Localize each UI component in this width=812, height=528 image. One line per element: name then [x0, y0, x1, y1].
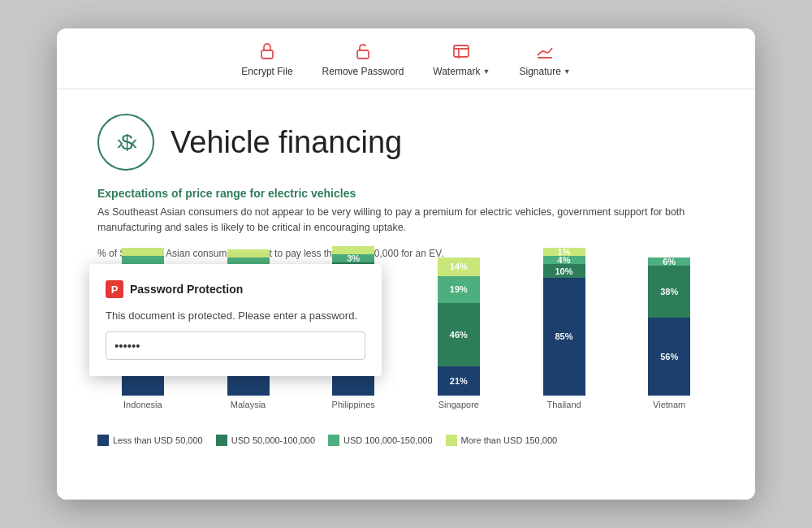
legend-label: More than USD 150,000 [461, 435, 558, 445]
signature-icon [533, 40, 556, 63]
dialog-app-icon: P [106, 280, 123, 298]
watermark-label: Watermark ▼ [433, 66, 490, 77]
bar-segment: 3% [332, 254, 374, 262]
remove-password-icon [352, 40, 374, 63]
bar-stack: 85%10%4%1% [543, 248, 585, 396]
bar-segment [122, 248, 164, 256]
chart-subtitle: % of Southeast Asian consumers expect to… [97, 248, 715, 259]
legend-swatch [97, 435, 109, 446]
legend-label: Less than USD 50,000 [113, 435, 203, 445]
bar-label: Malaysia [231, 400, 266, 409]
dialog-header: P Password Protection [106, 280, 365, 298]
legend-item: Less than USD 50,000 [97, 435, 203, 446]
bar-stack: 21%46%19%14% [438, 258, 480, 396]
svg-rect-2 [454, 45, 469, 57]
toolbar-watermark[interactable]: Watermark ▼ [418, 35, 504, 82]
dialog-message: This document is protected. Please enter… [106, 309, 365, 322]
bar-segment: 4% [543, 256, 585, 264]
legend-label: USD 100,000-150,000 [343, 435, 432, 445]
toolbar-signature[interactable]: Signature ▼ [504, 35, 585, 82]
doc-title: Vehicle financing [171, 125, 402, 160]
dollar-circle-icon: ›$‹ [97, 114, 154, 171]
bar-group: 21%46%19%14%Singapore [413, 258, 504, 409]
bar-segment: 46% [438, 303, 480, 366]
svg-rect-0 [261, 50, 273, 58]
bar-segment: 21% [438, 366, 480, 396]
encrypt-label: Encrypt File [241, 66, 292, 77]
password-input[interactable] [106, 331, 365, 360]
toolbar: Encrypt File Remove Password Watermark [57, 28, 755, 89]
toolbar-encrypt[interactable]: Encrypt File [227, 35, 307, 82]
bar-segment: 38% [648, 266, 690, 318]
bar-label: Vietnam [653, 400, 685, 409]
legend-swatch [446, 435, 457, 446]
bar-segment [227, 249, 270, 258]
remove-password-label: Remove Password [322, 66, 404, 77]
section-title: Expectations of price range for electric… [97, 187, 715, 200]
main-window: Encrypt File Remove Password Watermark [57, 28, 755, 500]
bar-segment: 14% [438, 258, 480, 277]
bar-label: Indonesia [123, 400, 162, 409]
dialog-title: Password Protection [130, 283, 243, 296]
section-text: As Southeast Asian consumers do not appe… [97, 205, 715, 236]
svg-rect-1 [357, 50, 369, 58]
legend-label: USD 50,000-100,000 [231, 435, 315, 445]
dialog-overlay: P Password Protection This document is p… [89, 264, 382, 376]
bar-segment: 6% [648, 258, 690, 266]
legend-item: More than USD 150,000 [446, 435, 558, 446]
bar-segment: 56% [648, 318, 690, 395]
legend-item: USD 50,000-100,000 [216, 435, 315, 446]
toolbar-remove-password[interactable]: Remove Password [308, 35, 419, 82]
legend-swatch [216, 435, 227, 446]
encrypt-icon [256, 40, 279, 63]
bar-group: 56%38%6%Vietnam [624, 258, 715, 409]
signature-dropdown-arrow: ▼ [564, 67, 571, 76]
bar-segment: 19% [438, 276, 480, 302]
watermark-icon [450, 40, 473, 63]
signature-label: Signature ▼ [519, 66, 570, 77]
bar-segment: 10% [543, 264, 585, 278]
password-dialog: P Password Protection This document is p… [89, 264, 382, 376]
doc-header: ›$‹ Vehicle financing [97, 114, 715, 171]
bar-segment: 85% [543, 278, 585, 396]
bar-group: 85%10%4%1%Thailand [519, 248, 610, 409]
legend-item: USD 100,000-150,000 [328, 435, 432, 446]
chart-legend: Less than USD 50,000USD 50,000-100,000US… [97, 435, 715, 446]
bar-stack: 56%38%6% [648, 258, 690, 396]
bar-label: Singapore [438, 400, 479, 409]
bar-segment [122, 256, 164, 264]
bar-label: Thailand [546, 400, 581, 409]
bar-label: Philippines [332, 400, 375, 409]
watermark-dropdown-arrow: ▼ [483, 67, 490, 76]
legend-swatch [328, 435, 339, 446]
